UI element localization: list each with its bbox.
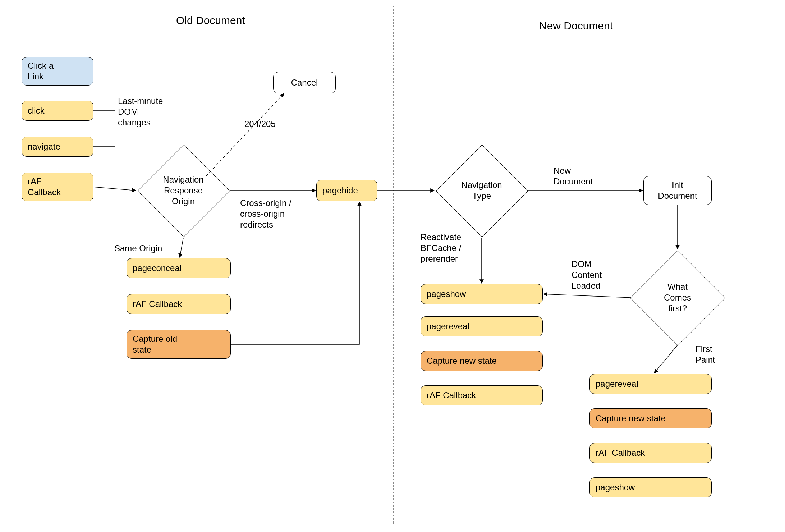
capture-new-state-node-1: Capture new state bbox=[421, 351, 543, 371]
navigate-event-node: navigate bbox=[22, 137, 93, 157]
first-paint-label: First Paint bbox=[696, 344, 715, 365]
cancel-node: Cancel bbox=[273, 72, 336, 93]
raf-callback-node-4: rAF Callback bbox=[589, 443, 712, 463]
pagereveal-node-1: pagereveal bbox=[421, 316, 543, 336]
nav-response-origin-label: Navigation Response Origin bbox=[155, 174, 212, 207]
raf-callback-node-3: rAF Callback bbox=[421, 385, 543, 405]
dom-content-loaded-label: DOM Content Loaded bbox=[571, 259, 602, 291]
pagehide-node: pagehide bbox=[316, 180, 377, 201]
capture-new-state-node-2: Capture new state bbox=[589, 408, 712, 428]
init-document-node: Init Document bbox=[643, 176, 712, 205]
click-event-node: click bbox=[22, 101, 93, 121]
new-document-edge-label: New Document bbox=[554, 165, 593, 187]
what-comes-first-label: What Comes first? bbox=[656, 281, 699, 314]
last-minute-label: Last-minute DOM changes bbox=[118, 96, 163, 128]
reactivate-label: Reactivate BFCache / prerender bbox=[421, 232, 461, 264]
click-a-link-node: Click a Link bbox=[22, 57, 93, 86]
pagereveal-node-2: pagereveal bbox=[589, 374, 712, 394]
pageconceal-node: pageconceal bbox=[127, 258, 231, 278]
capture-old-state-node: Capture old state bbox=[127, 330, 231, 359]
same-origin-label: Same Origin bbox=[114, 243, 162, 254]
navigation-type-label: Navigation Type bbox=[458, 180, 505, 201]
raf-callback-node-2: rAF Callback bbox=[127, 294, 231, 314]
old-document-title: Old Document bbox=[176, 14, 245, 27]
diagram-canvas: Old Document New Document Click a Link c… bbox=[0, 0, 785, 532]
pageshow-node-2: pageshow bbox=[589, 477, 712, 497]
204-205-label: 204/205 bbox=[244, 119, 276, 129]
cross-origin-label: Cross-origin / cross-origin redirects bbox=[240, 198, 291, 230]
section-divider bbox=[393, 6, 394, 524]
new-document-title: New Document bbox=[539, 20, 613, 32]
pageshow-node-1: pageshow bbox=[421, 284, 543, 304]
raf-callback-node-1: rAF Callback bbox=[22, 173, 93, 201]
